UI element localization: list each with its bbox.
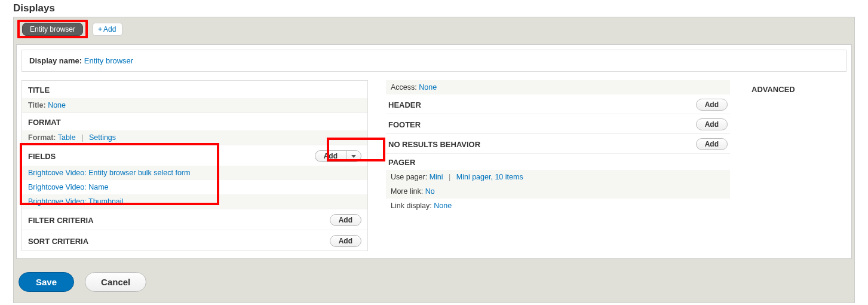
- pager-more-label: More link:: [391, 187, 423, 196]
- display-name-value[interactable]: Entity browser: [84, 56, 133, 65]
- display-name-label: Display name:: [29, 56, 82, 65]
- format-heading: FORMAT: [22, 112, 367, 130]
- field-item: Brightcove Video: Entity browser bulk se…: [22, 166, 367, 180]
- field-link[interactable]: Brightcove Video: Name: [28, 183, 109, 191]
- display-tabs: Entity browser +Add: [14, 17, 854, 44]
- right-column: ADVANCED: [748, 80, 846, 94]
- sort-heading-row: SORT CRITERIA Add: [22, 230, 367, 251]
- pager-link-value[interactable]: None: [434, 202, 452, 210]
- pager-detail[interactable]: Mini pager, 10 items: [456, 173, 523, 181]
- header-heading: HEADER: [388, 100, 421, 109]
- sort-heading: SORT CRITERIA: [28, 237, 88, 246]
- pager-link-label: Link display:: [391, 202, 432, 210]
- sort-add-button[interactable]: Add: [330, 235, 361, 247]
- pager-use-row: Use pager: Mini | Mini pager, 10 items: [386, 170, 730, 184]
- format-row: Format: Table | Settings: [22, 130, 367, 145]
- action-buttons: Save Cancel: [14, 259, 854, 292]
- pager-more-value[interactable]: No: [425, 187, 435, 196]
- display-name-row: Display name: Entity browser: [22, 50, 846, 72]
- title-label: Title:: [28, 101, 46, 109]
- filter-heading: FILTER CRITERIA: [28, 216, 94, 225]
- noresults-add-button[interactable]: Add: [696, 138, 728, 150]
- save-button[interactable]: Save: [19, 272, 74, 292]
- header-heading-row: HEADER Add: [386, 94, 730, 114]
- fields-add-group: Add: [315, 150, 361, 162]
- fields-section: FIELDS Add Brightcove Video: Entity brow…: [22, 145, 367, 209]
- title-row: Title: None: [22, 98, 367, 112]
- field-link[interactable]: Brightcove Video: Entity browser bulk se…: [28, 169, 190, 177]
- access-row: Access: None: [386, 80, 730, 94]
- separator: |: [449, 173, 450, 181]
- fields-heading: FIELDS: [28, 152, 56, 161]
- display-settings: Display name: Entity browser TITLE Title…: [16, 44, 852, 259]
- pager-link-row: Link display: None: [386, 199, 730, 213]
- header-add-button[interactable]: Add: [696, 99, 728, 111]
- access-value[interactable]: None: [419, 83, 437, 92]
- field-link[interactable]: Brightcove Video: Thumbnail: [28, 197, 123, 206]
- middle-column: Access: None HEADER Add FOOTER Add NO RE…: [386, 80, 730, 213]
- pager-use-value[interactable]: Mini: [430, 173, 443, 181]
- add-display-button[interactable]: +Add: [93, 23, 122, 36]
- pager-more-row: More link: No: [386, 184, 730, 199]
- format-value[interactable]: Table: [58, 133, 76, 142]
- add-display-label: Add: [103, 25, 116, 33]
- field-item: Brightcove Video: Name: [22, 180, 367, 194]
- left-column: TITLE Title: None FORMAT Format: Table |…: [22, 80, 368, 251]
- filter-heading-row: FILTER CRITERIA Add: [22, 209, 367, 230]
- noresults-heading-row: NO RESULTS BEHAVIOR Add: [386, 133, 730, 153]
- chevron-down-icon: [351, 155, 356, 158]
- cancel-button[interactable]: Cancel: [85, 272, 146, 292]
- field-item: Brightcove Video: Thumbnail: [22, 194, 367, 209]
- filter-add-button[interactable]: Add: [330, 214, 361, 226]
- title-value[interactable]: None: [48, 101, 66, 109]
- access-label: Access:: [391, 83, 417, 92]
- footer-heading: FOOTER: [388, 120, 421, 129]
- highlight-active-tab: Entity browser: [17, 20, 88, 38]
- fields-add-dropdown[interactable]: [346, 150, 361, 162]
- page-title: Displays: [13, 2, 855, 14]
- separator: |: [81, 133, 83, 142]
- fields-heading-row: FIELDS Add: [22, 145, 367, 166]
- pager-use-label: Use pager:: [391, 173, 427, 181]
- tab-entity-browser[interactable]: Entity browser: [22, 23, 83, 36]
- fields-add-button[interactable]: Add: [315, 150, 346, 162]
- format-label: Format:: [28, 133, 56, 142]
- noresults-heading: NO RESULTS BEHAVIOR: [388, 140, 480, 149]
- footer-heading-row: FOOTER Add: [386, 114, 730, 133]
- footer-add-button[interactable]: Add: [696, 118, 728, 130]
- title-heading: TITLE: [22, 81, 367, 98]
- format-settings[interactable]: Settings: [89, 133, 116, 142]
- advanced-heading[interactable]: ADVANCED: [752, 80, 843, 94]
- pager-heading: PAGER: [386, 153, 730, 170]
- plus-icon: +: [98, 25, 102, 33]
- displays-container: Entity browser +Add Display name: Entity…: [13, 17, 855, 303]
